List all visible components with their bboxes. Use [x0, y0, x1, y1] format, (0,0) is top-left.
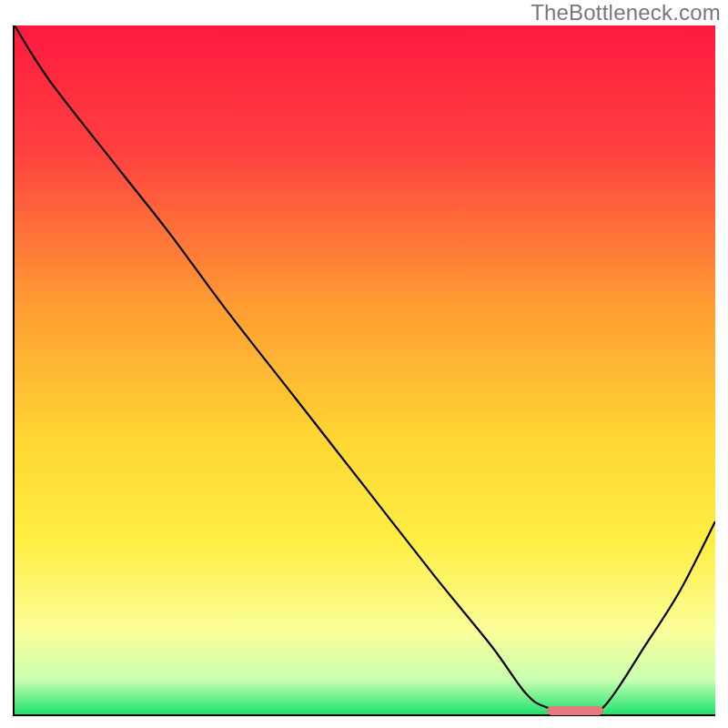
watermark-text: TheBottleneck.com [531, 0, 721, 25]
chart-canvas: TheBottleneck.com [0, 0, 728, 728]
chart-axes-frame [13, 25, 715, 716]
optimal-range-marker [547, 706, 603, 715]
